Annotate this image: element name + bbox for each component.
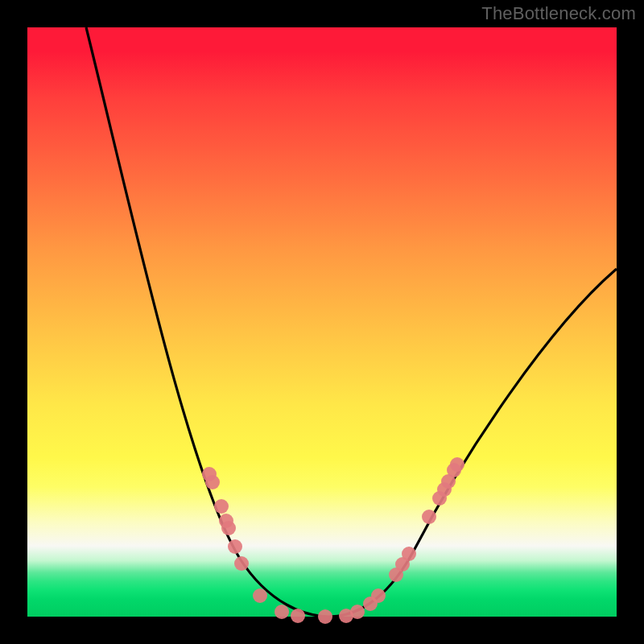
data-markers — [202, 457, 464, 624]
curve-layer — [27, 27, 617, 617]
data-marker — [234, 556, 249, 571]
data-marker — [205, 475, 220, 489]
data-marker — [221, 521, 236, 535]
data-marker — [291, 609, 305, 623]
plot-area — [27, 27, 617, 617]
data-marker — [214, 499, 229, 514]
bottleneck-curve — [86, 27, 617, 617]
watermark-text: TheBottleneck.com — [481, 3, 636, 24]
data-marker — [402, 547, 416, 561]
data-marker — [450, 457, 464, 472]
data-marker — [228, 539, 242, 554]
data-marker — [275, 605, 289, 619]
data-marker — [371, 588, 386, 603]
data-marker — [318, 609, 332, 624]
chart-frame: TheBottleneck.com — [0, 0, 644, 644]
data-marker — [422, 510, 436, 524]
data-marker — [253, 588, 267, 603]
data-marker — [350, 605, 365, 619]
